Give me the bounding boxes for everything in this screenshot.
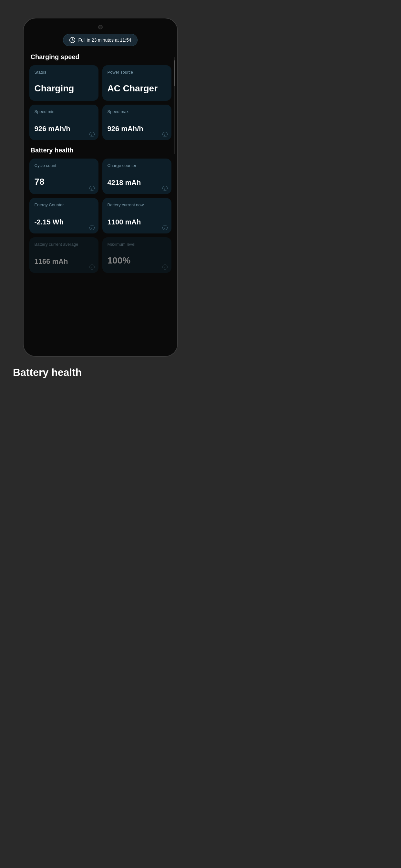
maximum-level-info-icon[interactable]: i bbox=[162, 265, 167, 270]
charging-speed-title: Charging speed bbox=[29, 53, 172, 61]
charging-speed-grid: Status Charging Power source AC Charger … bbox=[29, 65, 172, 140]
charge-counter-card: Charge counter 4218 mAh i bbox=[102, 159, 172, 194]
cycle-count-label: Cycle count bbox=[35, 163, 93, 168]
speed-min-card: Speed min 926 mAh/h i bbox=[29, 104, 98, 140]
clock-icon bbox=[69, 37, 75, 43]
phone-frame: Full in 23 minutes at 11:54 Charging spe… bbox=[23, 18, 178, 357]
speed-min-info-icon[interactable]: i bbox=[89, 132, 95, 137]
maximum-level-card: Maximum level 100% i bbox=[102, 237, 172, 273]
scrollbar-thumb bbox=[174, 60, 175, 86]
speed-max-value: 926 mAh/h bbox=[107, 125, 166, 135]
energy-counter-card: Energy Counter -2.15 Wh i bbox=[29, 198, 98, 234]
speed-max-card: Speed max 926 mAh/h i bbox=[102, 104, 172, 140]
bottom-title: Battery health bbox=[13, 367, 188, 378]
battery-current-now-label: Battery current now bbox=[107, 203, 166, 207]
maximum-level-value: 100% bbox=[107, 255, 166, 268]
energy-counter-label: Energy Counter bbox=[35, 203, 93, 207]
energy-counter-info-icon[interactable]: i bbox=[89, 225, 95, 230]
bottom-section: Battery health bbox=[0, 367, 201, 378]
energy-counter-value: -2.15 Wh bbox=[35, 218, 93, 229]
battery-current-avg-value: 1166 mAh bbox=[35, 257, 93, 268]
battery-current-now-value: 1100 mAh bbox=[107, 218, 166, 229]
battery-current-now-card: Battery current now 1100 mAh i bbox=[102, 198, 172, 234]
phone-camera bbox=[98, 25, 103, 29]
time-badge-text: Full in 23 minutes at 11:54 bbox=[78, 37, 131, 42]
status-label: Status bbox=[35, 70, 93, 74]
status-card: Status Charging bbox=[29, 65, 98, 101]
status-value: Charging bbox=[35, 83, 93, 96]
battery-health-grid: Cycle count 78 i Charge counter 4218 mAh… bbox=[29, 159, 172, 273]
cycle-count-value: 78 bbox=[35, 177, 93, 190]
battery-current-avg-label: Battery current average bbox=[35, 242, 93, 247]
charge-counter-value: 4218 mAh bbox=[107, 179, 166, 190]
time-badge: Full in 23 minutes at 11:54 bbox=[63, 34, 137, 46]
charge-counter-label: Charge counter bbox=[107, 163, 166, 168]
speed-min-value: 926 mAh/h bbox=[35, 125, 93, 135]
scrollbar-track[interactable] bbox=[174, 57, 175, 154]
power-source-value: AC Charger bbox=[107, 83, 166, 96]
charge-counter-info-icon[interactable]: i bbox=[162, 186, 167, 191]
battery-current-avg-info-icon[interactable]: i bbox=[89, 265, 95, 270]
battery-current-now-info-icon[interactable]: i bbox=[162, 225, 167, 230]
speed-max-info-icon[interactable]: i bbox=[162, 132, 167, 137]
speed-min-label: Speed min bbox=[35, 109, 93, 114]
power-source-card: Power source AC Charger bbox=[102, 65, 172, 101]
speed-max-label: Speed max bbox=[107, 109, 166, 114]
battery-health-title: Battery health bbox=[29, 147, 172, 154]
battery-current-avg-card: Battery current average 1166 mAh i bbox=[29, 237, 98, 273]
cycle-count-card: Cycle count 78 i bbox=[29, 159, 98, 194]
power-source-label: Power source bbox=[107, 70, 166, 74]
maximum-level-label: Maximum level bbox=[107, 242, 166, 247]
cycle-count-info-icon[interactable]: i bbox=[89, 186, 95, 191]
